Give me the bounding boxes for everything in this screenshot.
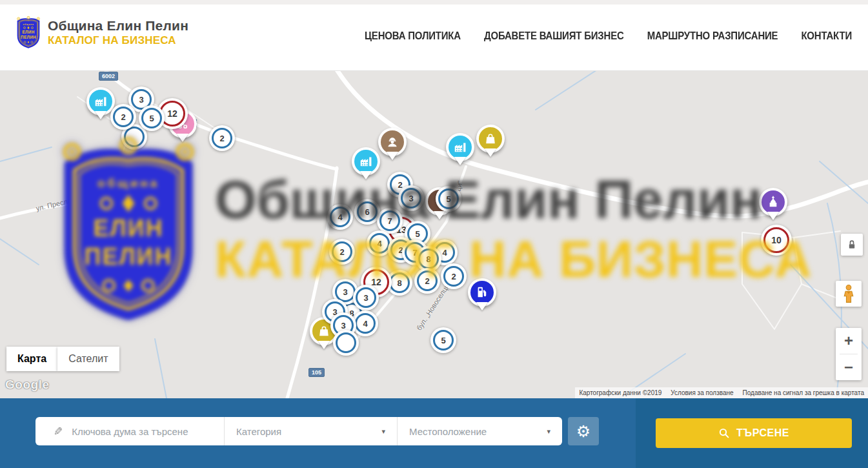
cluster-count: 4 xyxy=(377,239,381,249)
category-select-label: Категория xyxy=(236,426,281,437)
search-group: ✎ Категория ▾ Местоположение ▾ xyxy=(35,417,562,445)
nav-route-schedule[interactable]: МАРШРУТНО РАЗПИСАНИЕ xyxy=(647,30,778,41)
cluster-marker[interactable]: 2 xyxy=(329,239,355,265)
cluster-marker[interactable]: 3 xyxy=(398,185,424,211)
map-attribution: Картографски данни ©2019 Условия за полз… xyxy=(575,387,868,398)
cluster-marker[interactable]: 10 xyxy=(761,225,792,256)
zoom-control: + − xyxy=(836,328,862,380)
attribution-report-link[interactable]: Подаване на сигнал за грешка в картата xyxy=(743,389,864,396)
advanced-settings-button[interactable]: ⚙ xyxy=(568,417,599,445)
map-type-map-button[interactable]: Карта xyxy=(6,347,57,371)
cluster-count: 5 xyxy=(446,194,450,204)
fuel-pin-marker[interactable] xyxy=(468,278,496,307)
factory-pin-marker[interactable] xyxy=(86,87,115,116)
cluster-count: 5 xyxy=(415,229,419,239)
cluster-marker[interactable]: 2 xyxy=(441,263,467,289)
map-type-control: Карта Сателит xyxy=(6,347,119,371)
search-button-label: ТЪРСЕНЕ xyxy=(736,427,789,439)
cluster-marker[interactable]: 2 xyxy=(209,125,235,151)
worker-pin-marker[interactable] xyxy=(378,128,407,156)
cluster-count: 12 xyxy=(371,277,381,287)
factory-icon xyxy=(449,136,472,159)
svg-text:ПЕЛИН: ПЕЛИН xyxy=(21,35,36,39)
factory-pin-marker[interactable] xyxy=(446,133,474,161)
cluster-marker[interactable]: 5 xyxy=(430,327,456,353)
chevron-down-icon: ▾ xyxy=(547,427,550,436)
gear-icon: ⚙ xyxy=(576,423,590,440)
lock-button[interactable] xyxy=(841,234,863,256)
search-button[interactable]: ТЪРСЕНЕ xyxy=(656,418,852,448)
header: общинаЕЛИНПЕЛИН Община Елин Пелин КАТАЛО… xyxy=(0,5,868,71)
google-logo[interactable]: Google xyxy=(5,378,49,392)
cluster-count: 3 xyxy=(341,321,345,331)
cluster-count: 10 xyxy=(771,235,782,245)
cluster-marker[interactable]: 4 xyxy=(352,310,378,336)
cluster-count: 8 xyxy=(426,254,430,264)
pegman-icon xyxy=(840,284,857,303)
worker-icon xyxy=(381,130,404,154)
factory-pin-marker[interactable] xyxy=(352,147,380,176)
cluster-count: 2 xyxy=(121,112,125,122)
attribution-copyright: Картографски данни ©2019 xyxy=(579,389,661,396)
map-type-satellite-button[interactable]: Сателит xyxy=(57,347,119,371)
cluster-marker[interactable]: 3 xyxy=(353,285,379,310)
chevron-down-icon: ▾ xyxy=(381,427,385,436)
main-nav: ЦЕНОВА ПОЛИТИКАДОБАВЕТЕ ВАШИЯТ БИЗНЕСМАР… xyxy=(365,5,852,66)
cluster-count: 6 xyxy=(365,207,369,217)
church-icon xyxy=(762,190,785,214)
pencil-icon: ✎ xyxy=(54,425,63,438)
search-panel: ТЪРСЕНЕ xyxy=(636,398,868,468)
cluster-count: 12 xyxy=(167,108,177,119)
cluster-marker[interactable]: 4 xyxy=(327,204,353,230)
municipality-crest-logo: общинаЕЛИНПЕЛИН xyxy=(15,15,41,49)
keyword-search-input[interactable] xyxy=(72,426,201,437)
nav-add-your-business[interactable]: ДОБАВЕТЕ ВАШИЯТ БИЗНЕС xyxy=(484,30,624,41)
category-select[interactable]: Категория ▾ xyxy=(224,417,397,445)
brand-text: Община Елин Пелин КАТАЛОГ НА БИЗНЕСА xyxy=(48,18,188,47)
attribution-terms-link[interactable]: Условия за ползване xyxy=(671,389,733,396)
lock-icon xyxy=(845,238,858,251)
cluster-marker[interactable]: 5 xyxy=(139,105,165,131)
page: общинаЕЛИНПЕЛИН Община Елин Пелин КАТАЛО… xyxy=(0,0,868,468)
factory-icon xyxy=(89,90,112,113)
location-select-label: Местоположение xyxy=(409,426,487,437)
cluster-marker[interactable]: 7 xyxy=(377,208,403,234)
cluster-count: 3 xyxy=(343,287,347,297)
nav-contacts[interactable]: КОНТАКТИ xyxy=(801,30,852,41)
nav-pricing-policy[interactable]: ЦЕНОВА ПОЛИТИКА xyxy=(365,30,461,41)
cluster-count: 7 xyxy=(387,216,392,226)
top-strip xyxy=(0,0,868,5)
church-pin-marker[interactable] xyxy=(759,188,787,216)
fuel-icon xyxy=(470,281,494,304)
location-select[interactable]: Местоположение ▾ xyxy=(397,417,562,445)
site-subtitle: КАТАЛОГ НА БИЗНЕСА xyxy=(48,34,188,47)
road-badge: 6002 xyxy=(99,72,118,81)
zoom-in-button[interactable]: + xyxy=(836,328,862,354)
cluster-count: 4 xyxy=(338,212,342,222)
factory-icon xyxy=(354,150,378,173)
site-title: Община Елин Пелин xyxy=(48,18,188,34)
map-canvas[interactable]: 6002105 ул. Преславбул. „Новоселци“ци“ 2… xyxy=(0,71,868,398)
svg-text:ЕЛИН: ЕЛИН xyxy=(22,30,34,34)
keyword-section: ✎ xyxy=(35,417,224,445)
cluster-count: 2 xyxy=(219,134,224,143)
cluster-count: 5 xyxy=(149,114,154,123)
street-view-pegman-button[interactable] xyxy=(836,281,862,307)
cluster-marker[interactable]: 2 xyxy=(110,104,136,130)
cluster-marker[interactable] xyxy=(333,330,359,356)
cluster-marker[interactable]: 6 xyxy=(354,199,380,225)
cluster-marker[interactable]: 5 xyxy=(436,186,461,212)
brand[interactable]: общинаЕЛИНПЕЛИН Община Елин Пелин КАТАЛО… xyxy=(15,15,188,49)
cluster-count: 3 xyxy=(139,95,143,105)
shopping-bag-pin-marker[interactable] xyxy=(476,125,505,153)
zoom-out-button[interactable]: − xyxy=(836,354,862,380)
cluster-count: 2 xyxy=(339,247,344,257)
cluster-count: 5 xyxy=(441,336,445,345)
cluster-count: 2 xyxy=(451,272,456,281)
cluster-count: 4 xyxy=(363,319,367,329)
cluster-count: 8 xyxy=(397,278,401,288)
svg-text:община: община xyxy=(23,23,34,26)
road-badge: 105 xyxy=(308,368,325,377)
cluster-count: 3 xyxy=(409,194,413,203)
cluster-marker[interactable]: 2 xyxy=(414,268,440,294)
